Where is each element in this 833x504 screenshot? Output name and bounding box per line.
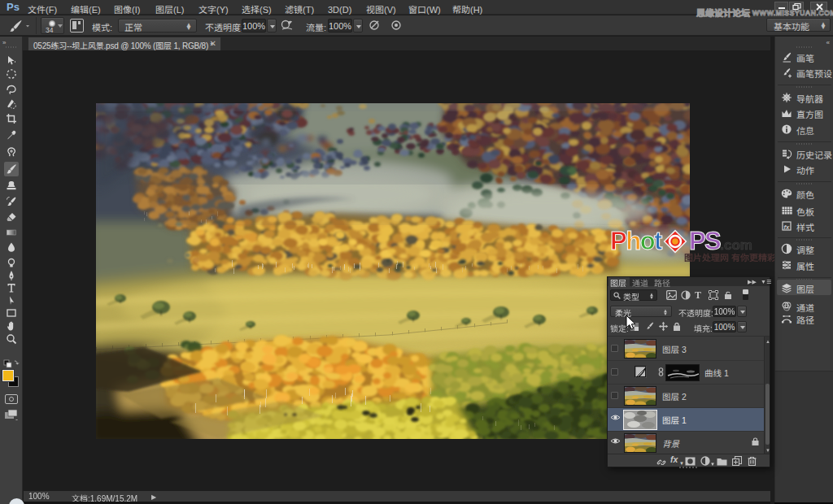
- svg-text:fx: fx: [783, 224, 789, 231]
